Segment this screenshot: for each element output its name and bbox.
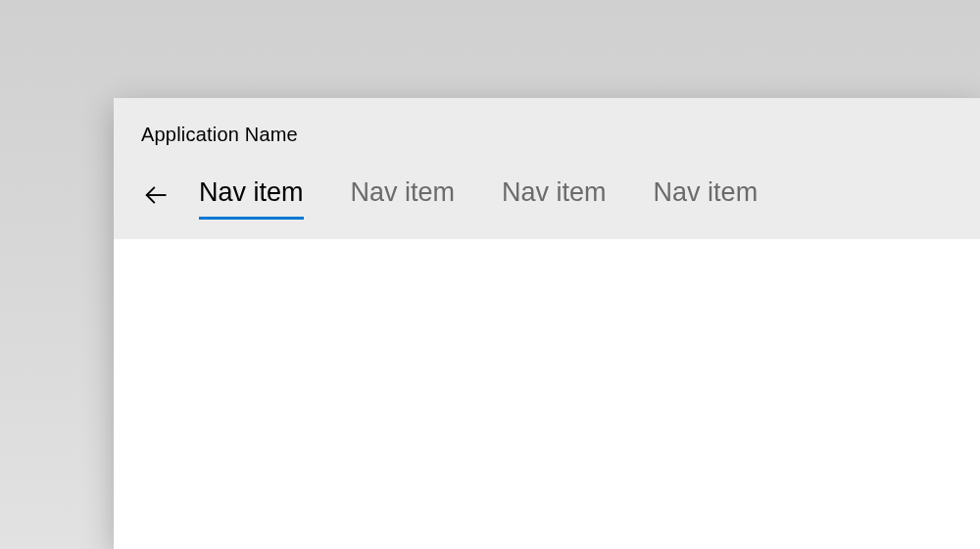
back-arrow-icon (142, 181, 170, 213)
app-header: Application Name Nav item Nav item Nav i… (114, 98, 980, 239)
back-button[interactable] (132, 174, 179, 221)
nav-row: Nav item Nav item Nav item Nav item (114, 174, 980, 221)
nav-tab-4[interactable]: Nav item (654, 177, 759, 218)
content-area (114, 239, 980, 549)
nav-tabs: Nav item Nav item Nav item Nav item (199, 177, 758, 218)
nav-tab-1[interactable]: Nav item (199, 177, 304, 218)
app-window: Application Name Nav item Nav item Nav i… (114, 98, 980, 549)
app-title: Application Name (114, 98, 980, 146)
nav-tab-3[interactable]: Nav item (502, 177, 607, 218)
nav-tab-2[interactable]: Nav item (351, 177, 456, 218)
